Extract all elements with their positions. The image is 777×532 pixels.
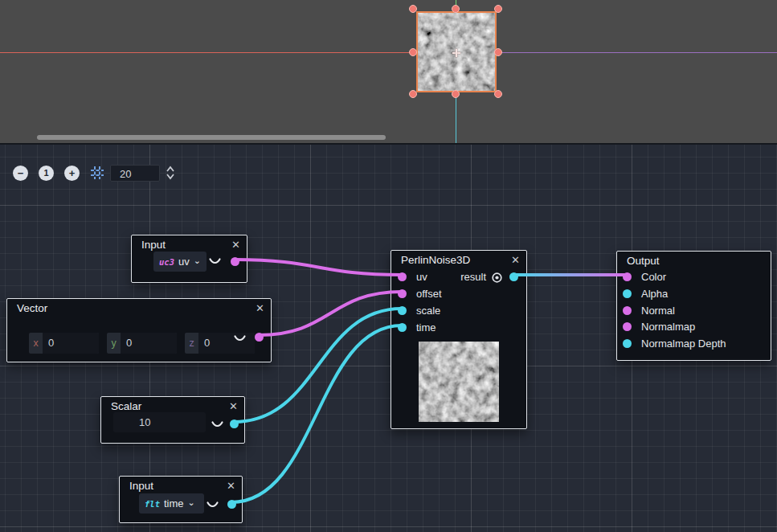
drag-handle-bottom-center[interactable] (452, 90, 460, 98)
expand-preview-icon[interactable] (208, 257, 222, 266)
input-port-normalmap[interactable] (623, 322, 632, 331)
y-label: y (107, 333, 121, 354)
drag-handle-top-right[interactable] (494, 5, 502, 13)
node-title: Scalar (111, 400, 141, 412)
close-icon[interactable]: ✕ (227, 480, 235, 493)
x-label: x (29, 333, 43, 354)
graph-toolbar: − 1 + 20 (0, 162, 176, 183)
drag-handle-top-center[interactable] (452, 5, 460, 13)
axis-x-positive (456, 52, 777, 53)
node-title: Input (141, 239, 166, 251)
port-label-normalmap: Normalmap (641, 321, 695, 333)
output-port-vector[interactable] (255, 333, 264, 342)
close-icon[interactable]: ✕ (231, 239, 240, 252)
port-label-normalmap-depth: Normalmap Depth (641, 338, 726, 350)
shader-graph-canvas[interactable]: − 1 + 20 Input ✕ uc3 uv ⌄ (0, 143, 777, 532)
output-port-uv[interactable] (231, 257, 239, 266)
node-input-uv[interactable]: Input ✕ uc3 uv ⌄ (131, 235, 247, 283)
node-output[interactable]: Output Color Alpha Normal Normalmap Norm… (616, 251, 771, 361)
output-port-scalar[interactable] (230, 419, 239, 428)
drag-handle-middle-left[interactable] (409, 48, 417, 56)
node-title: Vector (17, 302, 47, 314)
perlin-noise-preview (419, 342, 499, 422)
input-source-dropdown[interactable]: flt time ⌄ (139, 493, 204, 514)
vec3-type-icon: uc3 (159, 257, 174, 267)
input-port-offset[interactable] (398, 289, 407, 298)
port-label-result: result (454, 271, 486, 283)
drag-handle-middle-right[interactable] (494, 48, 502, 56)
node-perlin-noise-3d[interactable]: PerlinNoise3D ✕ uv offset scale time res… (391, 250, 527, 429)
close-icon[interactable]: ✕ (511, 254, 520, 267)
close-icon[interactable]: ✕ (229, 400, 238, 413)
x-value-input[interactable]: 0 (43, 333, 99, 354)
snap-step-input[interactable]: 20 (110, 165, 160, 182)
preview-visibility-eye-icon[interactable] (491, 272, 503, 284)
node-title: Output (627, 255, 660, 267)
viewport-horizontal-scrollbar[interactable] (37, 135, 386, 140)
z-label: z (185, 333, 198, 354)
snap-grid-icon[interactable] (91, 166, 104, 179)
input-source-dropdown[interactable]: uc3 uv ⌄ (153, 252, 207, 272)
port-label-alpha: Alpha (641, 288, 668, 300)
zoom-in-button[interactable]: + (64, 166, 80, 181)
zoom-reset-button[interactable]: 1 (39, 166, 54, 181)
input-port-alpha[interactable] (623, 289, 632, 298)
input-port-normalmap-depth[interactable] (623, 339, 632, 348)
port-label-offset: offset (416, 288, 442, 300)
input-port-normal[interactable] (623, 306, 632, 315)
node-title: Input (129, 480, 153, 492)
drag-handle-bottom-right[interactable] (494, 90, 502, 98)
snap-step-spinner[interactable] (165, 164, 176, 182)
input-port-color[interactable] (623, 272, 632, 281)
node-scalar[interactable]: Scalar ✕ 10 (100, 396, 245, 444)
node-title: PerlinNoise3D (401, 254, 470, 266)
vector-y-group: y 0 (107, 333, 177, 354)
close-icon[interactable]: ✕ (256, 302, 264, 315)
sprite-pivot-marker (452, 49, 460, 57)
vector-x-group: x 0 (29, 333, 99, 354)
expand-preview-icon[interactable] (206, 501, 219, 509)
y-value-input[interactable]: 0 (121, 333, 177, 354)
port-label-color: Color (641, 271, 666, 283)
scene-viewport[interactable] (0, 0, 777, 143)
drag-handle-top-left[interactable] (409, 5, 417, 13)
dropdown-value: time (164, 497, 184, 509)
zoom-out-button[interactable]: − (13, 166, 28, 181)
axis-x-negative (0, 52, 456, 53)
input-port-scale[interactable] (398, 306, 407, 315)
node-input-time[interactable]: Input ✕ flt time ⌄ (119, 476, 243, 523)
expand-preview-icon[interactable] (211, 420, 224, 429)
input-port-time[interactable] (398, 323, 407, 332)
float-type-icon: flt (145, 499, 160, 509)
expand-preview-icon[interactable] (233, 334, 247, 343)
port-label-normal: Normal (641, 305, 675, 317)
node-vector[interactable]: Vector ✕ x 0 y 0 z 0 (6, 298, 272, 362)
dropdown-value: uv (178, 256, 190, 268)
scalar-value-input[interactable]: 10 (113, 412, 206, 432)
vector-fields-row: x 0 y 0 z 0 (29, 333, 255, 354)
port-label-time: time (416, 321, 436, 334)
drag-handle-bottom-left[interactable] (409, 90, 417, 98)
output-port-time[interactable] (227, 500, 236, 509)
output-port-result[interactable] (509, 272, 518, 281)
shader-editor-window: − 1 + 20 Input ✕ uc3 uv ⌄ (0, 0, 777, 532)
port-label-uv: uv (416, 271, 427, 283)
input-port-uv[interactable] (398, 272, 407, 281)
port-label-scale: scale (416, 305, 440, 317)
